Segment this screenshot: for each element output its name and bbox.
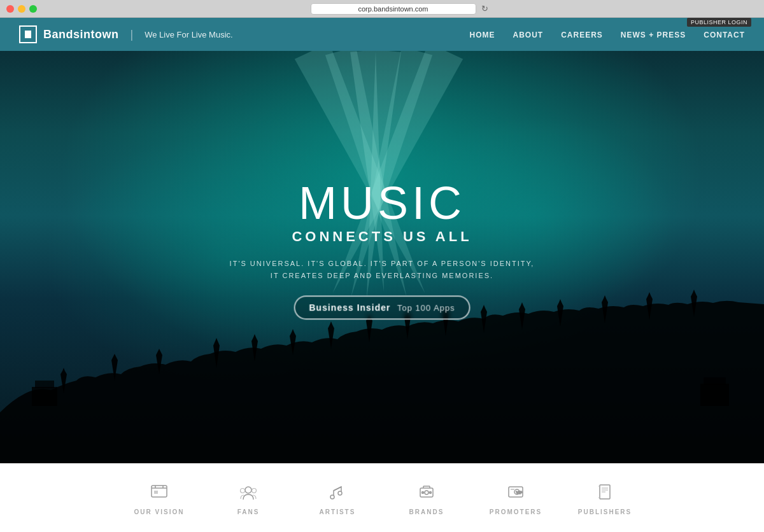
brand-logo-inner [25,31,31,38]
hero-title-sub: CONNECTS US ALL [230,228,535,245]
nav-about[interactable]: ABOUT [513,31,544,39]
site-wrapper: Bandsintown | We Live For Live Music. HO… [0,18,764,532]
svg-text:VIP: VIP [516,490,523,494]
svg-rect-8 [154,491,158,494]
address-bar-area: corp.bandsintown.com ↻ [41,3,758,15]
svg-point-12 [330,495,334,499]
svg-rect-2 [700,384,729,406]
promoters-icon: VIP [506,480,526,503]
refresh-button[interactable]: ↻ [481,4,488,13]
publishers-label: PublisheRs [578,508,632,515]
svg-point-16 [425,491,428,494]
vision-label: OUR VISION [134,508,185,515]
icon-item-vision[interactable]: OUR VISION [115,480,204,515]
brand-divider: | [131,28,134,41]
bottom-icons-bar: OUR VISION FANS [0,463,764,532]
svg-point-13 [338,491,342,495]
nav-home[interactable]: HOME [470,31,495,39]
maximize-button[interactable] [29,5,37,13]
window-chrome: corp.bandsintown.com ↻ [0,0,764,18]
svg-point-10 [241,488,245,493]
brand-name: Bandsintown [43,28,119,41]
close-button[interactable] [6,5,14,13]
nav-careers[interactable]: CAREERS [561,31,603,39]
icon-item-brands[interactable]: BRANDS [382,480,471,515]
hero-description: IT'S UNIVERSAL. IT'S GLOBAL. IT'S PART O… [230,258,535,281]
artists-icon [327,480,348,503]
minimize-button[interactable] [18,5,25,13]
icon-item-artists[interactable]: ARTISTS [293,480,382,515]
svg-rect-0 [32,387,57,406]
icon-item-fans[interactable]: FANS [204,480,293,515]
artists-label: ARTISTS [320,508,356,515]
svg-rect-4 [152,486,167,497]
navbar: Bandsintown | We Live For Live Music. HO… [0,18,764,51]
svg-point-9 [245,487,251,493]
fans-label: FANS [237,508,260,515]
nav-links: HOME ABOUT CAREERS NEWS + PRESS CONTACT [470,29,746,40]
icon-item-publishers[interactable]: PublisheRs [560,480,649,515]
navbar-brand: Bandsintown | We Live For Live Music. [19,25,233,43]
address-bar[interactable]: corp.bandsintown.com [311,3,476,15]
hero-section: MUSIC CONNECTS US ALL IT'S UNIVERSAL. IT… [0,51,764,463]
badge-brand: Business Insider [309,303,390,313]
nav-contact[interactable]: CONTACT [704,31,745,39]
hero-badge[interactable]: Business Insider Top 100 Apps [294,296,470,320]
icon-item-promoters[interactable]: VIP PROMOTERS [471,480,560,515]
vision-icon [149,480,169,503]
fans-icon [238,480,258,503]
svg-rect-1 [35,381,54,388]
publishers-icon [595,480,615,503]
svg-point-18 [430,491,432,493]
svg-rect-3 [704,377,726,385]
brand-logo-icon [19,25,37,43]
publisher-login-badge[interactable]: PUBLISHER LOGIN [687,18,751,27]
brand-tagline: We Live For Live Music. [145,30,232,39]
badge-text: Top 100 Apps [397,304,455,313]
brands-label: BRANDS [409,508,444,515]
svg-point-11 [252,488,257,493]
nav-news[interactable]: NEWS + PRESS [621,31,686,39]
hero-content: MUSIC CONNECTS US ALL IT'S UNIVERSAL. IT… [230,180,535,319]
svg-line-14 [334,487,341,491]
svg-point-17 [422,491,424,493]
promoters-label: PROMOTERS [490,508,542,515]
hero-title-main: MUSIC [230,180,535,226]
brands-icon [416,480,437,503]
